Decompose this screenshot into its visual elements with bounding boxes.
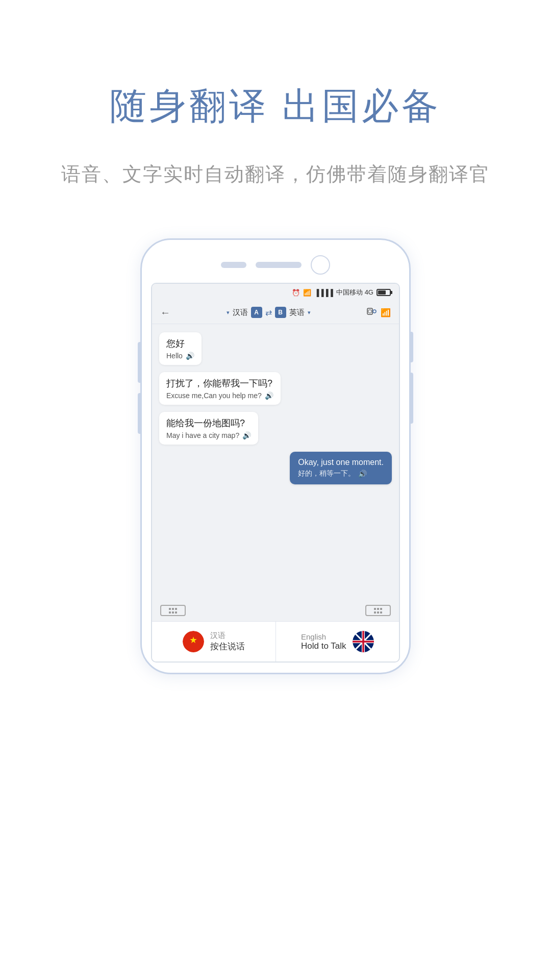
msg-1-main: 您好 [166,337,194,350]
lang-a-badge: A [251,307,262,318]
msg-1-translation: Hello 🔊 [166,352,194,360]
phone-home-button [256,262,302,268]
phone-screen: ⏰ 📶 ▐▐▐▐ 中国移动 4G ← ▾ 汉语 A [151,283,400,663]
side-button-right-bottom [410,373,413,424]
chinese-talk-button[interactable]: 汉语 按住说话 [152,622,276,662]
bottom-talk-section: 汉语 按住说话 English Hold to Talk [152,621,399,662]
hero-section: 随身翻译 出国必备 语音、文字实时自动翻译，仿佛带着随身翻译官 [0,0,551,208]
lang-a-dropdown[interactable]: ▾ [227,309,230,316]
english-talk-text: English Hold to Talk [301,632,346,651]
chat-area: 您好 Hello 🔊 打扰了，你能帮我一下吗? Excuse m [152,324,399,600]
phone-speaker [221,262,246,268]
battery-fill [378,290,386,295]
swap-languages-button[interactable]: ⇄ [265,308,272,317]
phone-mockup: ⏰ 📶 ▐▐▐▐ 中国移动 4G ← ▾ 汉语 A [140,238,411,674]
svg-point-2 [373,310,376,313]
hero-subtitle: 语音、文字实时自动翻译，仿佛带着随身翻译官 [31,161,520,187]
english-lang-name: English [301,632,326,641]
msg-2-translation: Excuse me,Can you help me? 🔊 [166,391,273,400]
message-2: 打扰了，你能帮我一下吗? Excuse me,Can you help me? … [159,372,392,405]
carrier-text: 中国移动 4G [336,288,373,297]
uk-flag [353,631,374,652]
lang-b-name: 英语 [289,308,305,317]
message-bubble-3: 能给我一份地图吗? May i have a city map? 🔊 [159,412,258,445]
side-button-left-top [138,342,141,383]
msg-4-main: Okay, just one moment. [298,458,384,467]
nav-right-icons: 📶 [366,306,391,318]
keyboard-right-icon[interactable] [365,605,391,616]
signal-icon: ▐▐▐▐ [314,289,333,297]
keyboard-lines-left [169,608,177,614]
msg-3-translation-text: May i have a city map? [166,431,239,439]
message-bubble-2: 打扰了，你能帮我一下吗? Excuse me,Can you help me? … [159,372,281,405]
msg-2-main: 打扰了，你能帮我一下吗? [166,377,273,389]
msg-4-speaker-icon[interactable]: 🔊 [358,470,367,478]
msg-3-translation: May i have a city map? 🔊 [166,431,251,439]
message-bubble-1: 您好 Hello 🔊 [159,332,202,365]
msg-1-speaker-icon[interactable]: 🔊 [186,352,194,360]
status-icons: ⏰ 📶 ▐▐▐▐ 中国移动 4G [292,288,391,297]
msg-3-speaker-icon[interactable]: 🔊 [242,431,251,439]
side-button-left-bottom [138,393,141,434]
phone-camera [311,255,330,275]
phone-bottom-bar [152,600,399,621]
keyboard-lines-right [374,608,382,614]
back-button[interactable]: ← [160,307,170,318]
speaker-device-icon[interactable] [366,306,377,318]
keyboard-left-icon[interactable] [160,605,186,616]
msg-3-main: 能给我一份地图吗? [166,417,251,429]
phone-section: ⏰ 📶 ▐▐▐▐ 中国移动 4G ← ▾ 汉语 A [0,208,551,980]
msg-4-translation: 好的，稍等一下。 🔊 [298,469,384,478]
app-nav-bar: ← ▾ 汉语 A ⇄ B 英语 ▾ [152,301,399,324]
hero-title: 随身翻译 出国必备 [110,82,441,131]
language-selector: ▾ 汉语 A ⇄ B 英语 ▾ [227,307,311,318]
status-bar: ⏰ 📶 ▐▐▐▐ 中国移动 4G [152,284,399,301]
english-talk-action: Hold to Talk [301,641,346,651]
chinese-lang-name: 汉语 [210,631,226,641]
page-wrapper: 随身翻译 出国必备 语音、文字实时自动翻译，仿佛带着随身翻译官 ⏰ [0,0,551,980]
lang-b-badge: B [275,307,286,318]
msg-2-translation-text: Excuse me,Can you help me? [166,391,262,400]
battery-icon [377,289,391,296]
chinese-flag [183,631,204,652]
chinese-talk-action: 按住说话 [210,641,245,652]
phone-top-bar [151,250,400,283]
bluetooth-icon: 📶 [381,308,391,317]
message-bubble-4: Okay, just one moment. 好的，稍等一下。 🔊 [290,452,392,484]
svg-rect-1 [368,310,371,313]
lang-b-dropdown[interactable]: ▾ [308,309,311,316]
msg-4-translation-text: 好的，稍等一下。 [298,469,355,478]
message-4: Okay, just one moment. 好的，稍等一下。 🔊 [159,452,392,484]
english-talk-button[interactable]: English Hold to Talk [276,622,399,662]
side-button-right-top [410,332,413,362]
chinese-talk-text: 汉语 按住说话 [210,631,245,652]
message-3: 能给我一份地图吗? May i have a city map? 🔊 [159,412,392,445]
lang-a-name: 汉语 [233,308,248,317]
wifi-icon: 📶 [303,289,311,297]
msg-2-speaker-icon[interactable]: 🔊 [265,391,273,400]
alarm-icon: ⏰ [292,289,300,297]
msg-1-translation-text: Hello [166,352,183,360]
message-1: 您好 Hello 🔊 [159,332,392,365]
